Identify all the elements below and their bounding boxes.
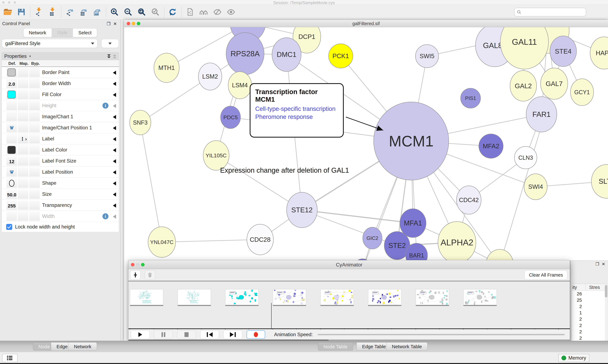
network-edge[interactable] (162, 240, 260, 242)
expand-property-icon[interactable] (113, 148, 116, 152)
bypass-cell[interactable] (29, 68, 40, 77)
expand-property-icon[interactable] (113, 181, 116, 185)
network-node-YIL105C[interactable]: YIL105C (203, 141, 229, 170)
memory-button[interactable]: Memory (558, 354, 589, 362)
lock-dimensions-checkbox[interactable] (6, 224, 12, 230)
save-session-button[interactable] (16, 7, 26, 17)
zoom-in-button[interactable] (110, 7, 119, 17)
table-row[interactable]: 25 (572, 297, 605, 303)
property-row-border-paint[interactable]: Border Paint (2, 67, 119, 78)
default-value-cell[interactable] (6, 101, 17, 110)
hide-selected-button[interactable] (212, 7, 222, 17)
mapping-cell[interactable] (18, 212, 28, 221)
bypass-cell[interactable] (29, 201, 40, 210)
network-node-RPS28A[interactable]: RPS28A (226, 33, 264, 75)
frame-thumbnail-2[interactable] (225, 289, 259, 305)
table-row[interactable]: 26 (572, 291, 605, 297)
default-value-cell[interactable]: 2.0 (6, 79, 17, 88)
default-value-cell[interactable] (6, 123, 17, 132)
annotation-link[interactable]: Cell-type-specific transcription (255, 105, 338, 112)
expand-property-icon[interactable] (113, 82, 116, 86)
property-row-border-width[interactable]: 2.0Border Width (2, 78, 119, 89)
default-value-cell[interactable] (6, 212, 17, 221)
property-row-image-chart-1[interactable]: Image/Chart 1 (2, 111, 119, 122)
skip-start-button[interactable] (200, 330, 219, 339)
table-row[interactable]: 2 (572, 322, 605, 329)
play-button[interactable] (131, 330, 150, 339)
mapping-cell[interactable] (18, 123, 28, 132)
network-edge[interactable] (140, 123, 162, 242)
zoom-selected-button[interactable] (151, 7, 160, 17)
mapping-cell[interactable] (18, 145, 28, 155)
network-caption[interactable]: Expression change after deletion of GAL1 (220, 166, 349, 174)
network-node-SNF3[interactable]: SNF3 (130, 110, 151, 135)
delete-frame-button[interactable] (145, 270, 155, 280)
network-node-STE12[interactable]: STE12 (287, 192, 317, 228)
bypass-cell[interactable] (29, 90, 40, 99)
network-node-SLT2[interactable]: SLT2 (591, 164, 608, 198)
network-node-PDC5[interactable]: PDC5 (221, 106, 240, 129)
timeline[interactable]: 0123456789 Seconds (128, 281, 570, 329)
bypass-cell[interactable] (29, 179, 40, 188)
maximize-window-icon[interactable] (141, 263, 145, 266)
minimize-window-icon[interactable] (132, 22, 135, 25)
float-panel-icon[interactable]: ❐ (595, 262, 599, 267)
frame-thumbnail-6[interactable] (416, 289, 449, 305)
frame-thumbnail-0[interactable] (130, 289, 163, 305)
network-node-HAP2[interactable]: HAP2 (590, 37, 608, 69)
search-input[interactable] (514, 8, 586, 16)
open-session-button[interactable] (3, 7, 13, 17)
tab-style[interactable]: Style (52, 28, 73, 37)
property-row-label-position[interactable]: Label Position (2, 167, 119, 178)
network-node-GAL2[interactable]: GAL2 (510, 71, 537, 101)
network-node-STE4[interactable]: STE4 (550, 36, 577, 66)
export-table-button[interactable] (79, 7, 88, 17)
animation-speed-slider[interactable] (318, 334, 565, 335)
default-value-cell[interactable] (6, 168, 17, 177)
network-window-titlebar[interactable]: galFiltered.sif (124, 20, 608, 27)
default-value-cell[interactable] (6, 112, 17, 121)
frame-thumbnail-7[interactable] (463, 289, 497, 305)
network-node-PCK1[interactable]: PCK1 (329, 44, 353, 68)
style-options-button[interactable] (101, 39, 119, 48)
frame-thumbnail-4[interactable] (320, 289, 354, 305)
network-node-MFA1[interactable]: MFA1 (400, 209, 426, 237)
tab-select[interactable]: Select (73, 28, 97, 37)
refresh-styles-button[interactable] (168, 7, 178, 17)
info-icon[interactable]: i (102, 213, 109, 219)
close-panel-icon[interactable]: ✕ (602, 262, 605, 267)
table-row[interactable]: 2 (572, 329, 605, 335)
stop-button[interactable] (177, 330, 196, 339)
close-window-icon[interactable] (127, 22, 130, 25)
default-value-cell[interactable] (6, 90, 17, 99)
property-row-image-chart-position-1[interactable]: Image/Chart Position 1 (2, 122, 119, 133)
mapping-cell[interactable] (18, 68, 28, 77)
add-frame-button[interactable] (130, 270, 140, 280)
bypass-cell[interactable] (29, 145, 40, 155)
column-connectivity-label[interactable]: ity (572, 285, 577, 290)
bypass-cell[interactable] (29, 156, 40, 166)
expand-property-icon[interactable] (113, 204, 116, 208)
property-row-label[interactable]: ⋮›Label (2, 133, 119, 144)
info-icon[interactable]: i (102, 103, 109, 109)
expand-property-icon[interactable] (113, 215, 116, 219)
expand-all-icon[interactable] (107, 54, 111, 58)
clear-all-frames-button[interactable]: Clear All Frames (525, 270, 567, 280)
expand-property-icon[interactable] (113, 170, 116, 174)
bypass-cell[interactable] (29, 112, 40, 121)
network-node-SWI5[interactable]: SWI5 (415, 45, 439, 68)
default-value-cell[interactable]: 12 (6, 156, 17, 166)
default-value-cell[interactable] (6, 134, 17, 143)
show-all-button[interactable] (226, 7, 236, 17)
properties-header[interactable]: Properties (2, 52, 119, 60)
default-value-cell[interactable] (6, 68, 17, 77)
table-scrollbar-thumb[interactable] (605, 285, 607, 298)
property-row-label-font-size[interactable]: 12Label Font Size (2, 156, 119, 167)
first-neighbors-button[interactable] (199, 7, 209, 17)
table-row[interactable]: 2 (572, 303, 605, 310)
frame-thumbnail-1[interactable] (178, 289, 211, 305)
mapping-cell[interactable] (18, 101, 28, 110)
network-node-CLN3[interactable]: CLN3 (514, 146, 537, 169)
expand-property-icon[interactable] (113, 104, 116, 108)
import-table-button[interactable] (47, 7, 57, 17)
